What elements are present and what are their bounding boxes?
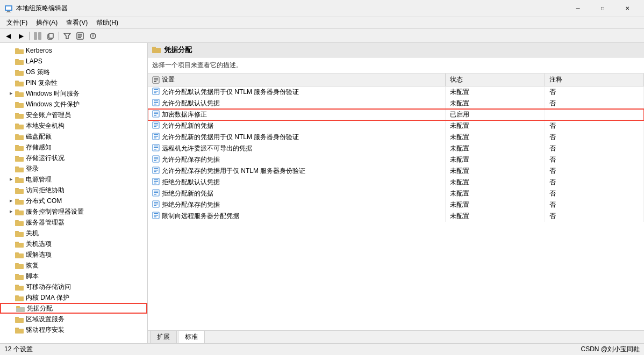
settings-icon-row1: [152, 88, 160, 97]
svg-rect-11: [78, 35, 82, 37]
expand-icon-laps: [6, 57, 15, 66]
maximize-button[interactable]: □: [590, 0, 615, 17]
folder-icon-shutdown: [15, 229, 24, 237]
table-row-row5[interactable]: 允许分配新的凭据用于仅 NTLM 服务器身份验证未配置否: [148, 132, 644, 143]
cell-notes-row1: 否: [545, 86, 644, 98]
table-row-row6[interactable]: 远程机允许委派不可导出的凭据未配置否: [148, 143, 644, 154]
menu-view[interactable]: 查看(V): [62, 17, 92, 28]
expand-icon-power[interactable]: ▶: [6, 175, 15, 184]
properties-button[interactable]: [74, 30, 86, 42]
table-row-row9[interactable]: 拒绝分配默认认凭据未配置否: [148, 177, 644, 188]
svg-rect-57: [15, 189, 24, 194]
sidebar-item-laps[interactable]: LAPS: [0, 56, 147, 67]
sidebar-item-kerberos[interactable]: Kerberos: [0, 45, 147, 56]
sidebar-item-login[interactable]: 登录: [0, 163, 147, 174]
tab-bar: 扩展 标准: [148, 330, 644, 343]
sidebar-item-os[interactable]: OS 策略: [0, 67, 147, 77]
sidebar-item-windows-file[interactable]: Windows 文件保护: [0, 99, 147, 110]
cell-settings-row1: 允许分配默认凭据用于仅 NTLM 服务器身份验证: [148, 86, 446, 98]
table-row-row8[interactable]: 允许分配保存的凭据用于仅 NTLM 服务器身份验证未配置否: [148, 165, 644, 177]
toolbar-separator-2: [59, 32, 59, 40]
minimize-button[interactable]: ─: [566, 0, 590, 17]
sidebar-item-scripts[interactable]: 脚本: [0, 271, 147, 281]
sidebar-item-removable-storage[interactable]: 可移动存储访问: [0, 281, 147, 292]
cell-status-row7: 未配置: [446, 154, 545, 165]
expand-icon-kerberos: [6, 46, 15, 55]
expand-icon-scripts: [6, 272, 15, 280]
svg-rect-140: [154, 191, 158, 192]
forward-button[interactable]: ▶: [15, 30, 27, 42]
app-icon: [4, 4, 13, 13]
table-area[interactable]: 设置 状态 注释 允许分配默认凭据用于仅 NTLM 服务器身份验证未配置否 允许…: [148, 74, 644, 330]
expand-icon-access-denied: [6, 186, 15, 194]
table-row-row1[interactable]: 允许分配默认凭据用于仅 NTLM 服务器身份验证未配置否: [148, 86, 644, 98]
sidebar-item-storage-sense[interactable]: 存储感知: [0, 142, 147, 153]
tab-standard[interactable]: 标准: [178, 330, 205, 343]
sidebar-item-shutdown[interactable]: 关机: [0, 228, 147, 238]
folder-icon-access-denied: [15, 186, 24, 194]
settings-icon-row5: [152, 133, 160, 142]
sidebar-item-access-denied[interactable]: 访问拒绝协助: [0, 185, 147, 195]
cell-notes-row8: 否: [545, 165, 644, 177]
sidebar-item-windows-time[interactable]: ▶ Windows 时间服务: [0, 88, 147, 99]
svg-rect-87: [15, 296, 24, 301]
copy-button[interactable]: [45, 30, 56, 42]
back-button[interactable]: ◀: [2, 30, 14, 42]
sidebar-item-storage-status[interactable]: 存储运行状况: [0, 153, 147, 163]
sidebar-item-pin[interactable]: PIN 复杂性: [0, 77, 147, 88]
menu-file[interactable]: 文件(F): [2, 17, 32, 28]
table-row-row12[interactable]: 限制向远程服务器分配凭据未配置否: [148, 211, 644, 222]
svg-rect-33: [15, 103, 24, 108]
sidebar-item-regional-settings[interactable]: 区域设置服务: [0, 314, 147, 324]
expand-icon-regional-settings: [6, 315, 15, 323]
table-row-row10[interactable]: 拒绝分配新的凭据未配置否: [148, 188, 644, 199]
filter2-button[interactable]: [87, 30, 99, 42]
sidebar-item-service-control[interactable]: ▶ 服务控制管理器设置: [0, 206, 147, 217]
col-settings: 设置: [148, 74, 446, 86]
folder-icon-windows-time: [15, 90, 24, 97]
tab-expand[interactable]: 扩展: [150, 330, 177, 343]
table-row-row7[interactable]: 允许分配保存的凭据未配置否: [148, 154, 644, 165]
svg-rect-149: [154, 215, 158, 216]
svg-rect-98: [152, 47, 156, 49]
cell-settings-row8: 允许分配保存的凭据用于仅 NTLM 服务器身份验证: [148, 165, 446, 177]
sidebar-item-distributed-com[interactable]: ▶ 分布式 COM: [0, 195, 147, 206]
sidebar-item-shutdown-opts[interactable]: 关机选项: [0, 238, 147, 249]
filter-button[interactable]: [61, 30, 73, 42]
table-row-row2[interactable]: 允许分配默认认凭据未配置否: [148, 98, 644, 109]
table-row-row4[interactable]: 允许分配新的凭据未配置否: [148, 120, 644, 132]
cell-settings-row11: 拒绝分配保存的凭据: [148, 199, 446, 211]
table-row-row11[interactable]: 拒绝分配保存的凭据未配置否: [148, 199, 644, 211]
menu-action[interactable]: 操作(A): [32, 17, 62, 28]
cell-status-row1: 未配置: [446, 86, 545, 98]
description-text: 选择一个项目来查看它的描述。: [152, 61, 242, 69]
sidebar-item-kernel-dma[interactable]: 内核 DMA 保护: [0, 292, 147, 303]
sidebar-item-local-security[interactable]: 本地安全机构: [0, 120, 147, 131]
svg-rect-116: [154, 123, 158, 124]
sidebar-label-regional-settings: 区域设置服务: [26, 315, 65, 324]
sidebar-item-credential-dist[interactable]: 凭据分配: [0, 303, 147, 314]
close-button[interactable]: ✕: [615, 0, 640, 17]
svg-rect-2: [7, 11, 10, 12]
expand-icon-service-control[interactable]: ▶: [6, 207, 15, 216]
cell-notes-row9: 否: [545, 177, 644, 188]
sidebar-item-server-manager[interactable]: 服务器管理器: [0, 217, 147, 228]
svg-rect-114: [154, 115, 156, 116]
show-hide-button[interactable]: [32, 30, 44, 42]
svg-rect-125: [154, 147, 158, 148]
sidebar-label-pin: PIN 复杂性: [26, 78, 58, 88]
expand-icon-restore: [6, 261, 15, 270]
svg-rect-108: [154, 100, 158, 102]
sidebar-item-driver-install[interactable]: 驱动程序安装: [0, 324, 147, 335]
sidebar-item-security-account[interactable]: 安全账户管理员: [0, 110, 147, 120]
sidebar-item-disk-quota[interactable]: 磁盘配额: [0, 131, 147, 142]
sidebar-item-scripting[interactable]: 缓解选项: [0, 249, 147, 260]
folder-icon-restore: [15, 262, 24, 269]
table-row-row3[interactable]: 加密数据库修正已启用: [148, 109, 644, 120]
sidebar-item-power[interactable]: ▶ 电源管理: [0, 174, 147, 185]
menu-help[interactable]: 帮助(H): [92, 17, 123, 28]
expand-icon-distributed-com[interactable]: ▶: [6, 197, 15, 205]
status-right: CSDN @刘小宝同鞋: [581, 345, 640, 354]
sidebar-item-restore[interactable]: 恢复: [0, 260, 147, 271]
expand-icon-windows-time[interactable]: ▶: [6, 89, 15, 98]
